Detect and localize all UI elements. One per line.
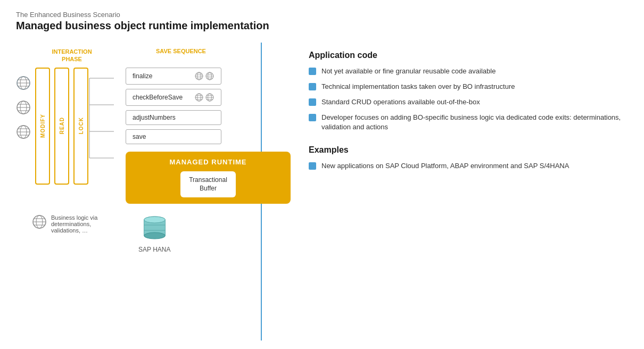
- check-before-save-box: checkBeforeSave: [126, 89, 221, 106]
- modify-label: MODIFY: [40, 114, 46, 138]
- save-sequence-area: finalize: [126, 68, 291, 204]
- bullet-text-3: Standard CRUD operations available out-o…: [321, 97, 480, 107]
- save-box: save: [126, 129, 221, 144]
- legend-globe-icon: [32, 214, 47, 229]
- bullet-item-2: Technical implementation tasks taken ove…: [309, 82, 628, 92]
- lock-bar: LOCK: [73, 68, 88, 185]
- finalize-label: finalize: [133, 72, 152, 80]
- db-area: SAP HANA: [138, 214, 170, 253]
- finalize-box: finalize: [126, 68, 221, 85]
- example-item-1: New applications on SAP Cloud Platform, …: [309, 161, 628, 171]
- modify-bar: MODIFY: [35, 68, 50, 185]
- example-text-1: New applications on SAP Cloud Platform, …: [321, 161, 569, 171]
- bullet-icon-2: [309, 83, 316, 90]
- bottom-area: Business logic via determinations, valid…: [16, 214, 277, 253]
- sap-hana-db-icon: [140, 214, 169, 244]
- read-bar: READ: [54, 68, 69, 185]
- managed-runtime-title: MANAGED RUNTIME: [134, 158, 282, 166]
- bullet-text-4: Developer focuses on adding BO-specific …: [321, 113, 628, 133]
- bullet-icon-4: [309, 114, 316, 121]
- svg-point-48: [144, 232, 165, 239]
- right-content-area: Application code Not yet available or fi…: [293, 48, 628, 253]
- read-label: READ: [59, 117, 65, 134]
- page-title: Managed business object runtime implemen…: [16, 20, 628, 32]
- globe-icon-2: [16, 100, 31, 115]
- save-label: save: [133, 133, 146, 140]
- phase-bars-group: MODIFY READ LOCK: [35, 68, 88, 185]
- bullet-item-1: Not yet available or fine granular reusa…: [309, 67, 628, 77]
- examples-bullets: New applications on SAP Cloud Platform, …: [309, 161, 628, 171]
- transactional-buffer: TransactionalBuffer: [180, 171, 236, 198]
- save-boxes: finalize: [126, 68, 291, 144]
- lock-label: LOCK: [78, 117, 84, 134]
- save-sequence-label: SAVE SEQUENCE: [128, 48, 234, 63]
- example-bullet-icon-1: [309, 162, 316, 170]
- app-code-title: Application code: [309, 51, 628, 60]
- phase-labels: INTERACTIONPHASE SAVE SEQUENCE: [16, 48, 277, 63]
- globe-icon-1: [16, 76, 31, 90]
- bullet-icon-3: [309, 98, 316, 106]
- bullet-icon-1: [309, 68, 316, 75]
- check-icons: [194, 93, 214, 102]
- globe-icons-column: [16, 68, 31, 139]
- bullet-item-4: Developer focuses on adding BO-specific …: [309, 113, 628, 133]
- bullet-text-1: Not yet available or fine granular reusa…: [321, 67, 496, 77]
- globe-icon-3: [16, 124, 31, 139]
- legend-text: Business logic via determinations, valid…: [51, 214, 101, 234]
- interaction-phase-label: INTERACTIONPHASE: [43, 48, 101, 63]
- finalize-globe-2: [205, 71, 214, 81]
- connector-lines: [88, 68, 115, 190]
- subtitle: The Enhanced Business Scenario: [16, 11, 628, 19]
- check-globe-1: [194, 93, 204, 102]
- legend-item: Business logic via determinations, valid…: [32, 214, 101, 234]
- db-label: SAP HANA: [138, 246, 170, 253]
- bullet-item-3: Standard CRUD operations available out-o…: [309, 97, 628, 107]
- managed-runtime-box: MANAGED RUNTIME TransactionalBuffer: [126, 152, 291, 204]
- finalize-icons: [194, 71, 214, 81]
- app-code-bullets: Not yet available or fine granular reusa…: [309, 67, 628, 132]
- diagram-area: INTERACTIONPHASE SAVE SEQUENCE: [16, 48, 277, 253]
- adjust-numbers-box: adjustNumbers: [126, 110, 221, 125]
- bullet-text-2: Technical implementation tasks taken ove…: [321, 82, 515, 92]
- adjust-numbers-label: adjustNumbers: [133, 114, 176, 121]
- finalize-globe-1: [194, 71, 204, 81]
- check-globe-2: [205, 93, 214, 102]
- svg-point-53: [144, 217, 165, 223]
- check-before-save-label: checkBeforeSave: [133, 94, 183, 101]
- examples-title: Examples: [309, 145, 628, 155]
